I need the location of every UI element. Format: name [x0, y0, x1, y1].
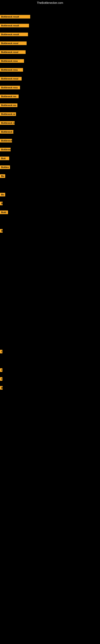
bottleneck-badge: Bott — [0, 156, 9, 160]
bottleneck-row: B — [0, 200, 100, 207]
bottleneck-badge: Bo — [0, 193, 5, 196]
bottleneck-badge: I — [0, 368, 2, 372]
bottleneck-row: Bottleneck resul — [0, 75, 100, 82]
bottleneck-badge: I — [0, 377, 2, 381]
bottleneck-badge: Bottleneck res — [0, 104, 17, 107]
bottleneck-badge: Bottleneck resu — [0, 68, 23, 72]
bottleneck-row: B — [0, 384, 100, 392]
bottleneck-badge: Bottleneck re — [0, 130, 13, 134]
bottleneck-badge: Bottleneck result — [0, 15, 30, 18]
bottleneck-badge: Bottleneck resul — [0, 50, 26, 54]
bottleneck-badge: Bo — [0, 174, 5, 178]
bottleneck-row: Bottleneck res — [0, 102, 100, 109]
bottleneck-badge: Bottleneck result — [0, 24, 29, 27]
bottleneck-row: Bottleneck resul — [0, 48, 100, 56]
bottleneck-badge: Bottleneck re — [0, 121, 15, 125]
bottleneck-badge: Bottleneck res — [0, 94, 19, 98]
bottleneck-row: Bottleneck res — [0, 92, 100, 100]
bottleneck-badge: B — [0, 386, 2, 390]
bottleneck-row: Bottleneck result — [0, 13, 100, 20]
bottleneck-badge: Bottleneck result — [0, 32, 28, 36]
bottleneck-badge: Bottleneck resul — [0, 42, 27, 45]
bottleneck-row: Bottl — [0, 208, 100, 216]
bottleneck-row: I — [0, 366, 100, 374]
bottleneck-row: Bo — [0, 172, 100, 180]
bottleneck-row: B — [0, 227, 100, 235]
bottleneck-row: Bo — [0, 191, 100, 198]
bottleneck-row: Bottleneck resu — [0, 66, 100, 74]
bottleneck-badge: I — [0, 350, 2, 354]
bottleneck-badge: Bottleneck resul — [0, 77, 22, 80]
site-title: TheBottlenecker.com — [0, 0, 100, 6]
bottleneck-row: Bottleneck result — [0, 30, 100, 38]
bottleneck-row: Bottleneck resu — [0, 57, 100, 65]
bottleneck-row: Bott — [0, 154, 100, 162]
bottleneck-row: Bottlenec — [0, 146, 100, 153]
bottleneck-row: Bottleneck re — [0, 128, 100, 136]
bottleneck-row: I — [0, 375, 100, 383]
bottleneck-badge: Bottleneck resu — [0, 86, 20, 89]
bottleneck-badge: B — [0, 202, 2, 205]
bottleneck-badge: B — [0, 229, 2, 233]
bottleneck-badge: Bottlenec — [0, 148, 11, 151]
bottleneck-badge: Bottleneck re — [0, 112, 16, 116]
bottleneck-row: Bottleneck result — [0, 22, 100, 30]
bottleneck-row: Bottleneck resu — [0, 84, 100, 91]
bottleneck-row: Bottleneck re — [0, 119, 100, 127]
bottleneck-row: Bottlen — [0, 164, 100, 171]
bottleneck-row: Bottleneck re — [0, 110, 100, 118]
bottleneck-row: Bottleneck r — [0, 137, 100, 144]
bottleneck-badge: Bottleneck r — [0, 139, 12, 142]
bottleneck-row: Bottleneck resul — [0, 40, 100, 47]
bottleneck-badge: Bottlen — [0, 166, 10, 169]
bottleneck-badge: Bottleneck resu — [0, 59, 24, 63]
bottleneck-row: I — [0, 348, 100, 356]
bottleneck-badge: Bottl — [0, 210, 8, 214]
